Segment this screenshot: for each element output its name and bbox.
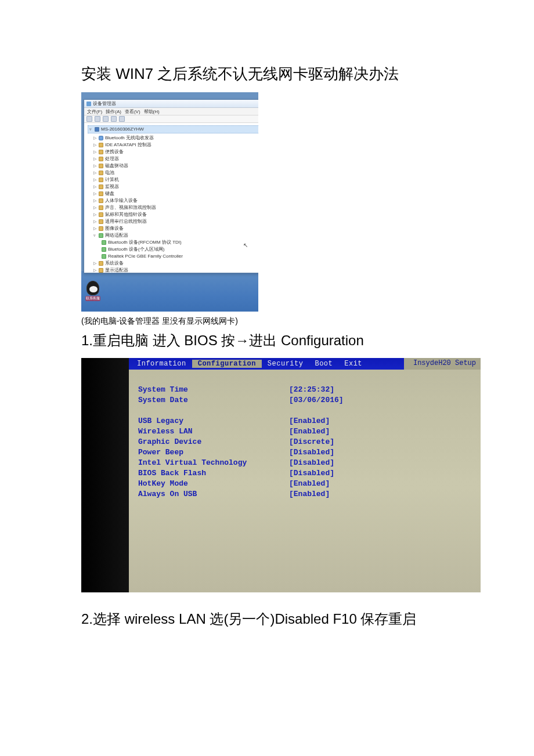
network-adapter-icon — [102, 254, 106, 259]
device-category-icon — [99, 261, 103, 266]
bios-setting-row[interactable]: System Time[22:25:32] — [138, 385, 478, 395]
tree-node-label: 通用串行总线控制器 — [105, 218, 147, 225]
expand-icon: ▷ — [93, 149, 97, 155]
qq-icon — [86, 281, 99, 295]
tree-node-label: IDE ATA/ATAPI 控制器 — [105, 142, 151, 149]
bios-tab-security[interactable]: Security — [262, 360, 309, 368]
toolbar-button[interactable] — [119, 116, 125, 122]
tree-root[interactable]: ▿ MS-20160306ZYHW — [88, 125, 258, 133]
expand-icon: ▷ — [93, 267, 97, 274]
menu-help[interactable]: 帮助(H) — [144, 108, 160, 115]
bios-setting-label: Always On USB — [138, 489, 289, 500]
tree-node[interactable]: ▷电池 — [88, 169, 258, 176]
tree-node-child[interactable]: Bluetooth 设备(个人区域网) — [88, 246, 258, 253]
expand-icon: ▷ — [93, 225, 97, 232]
tree-node[interactable]: ▷通用串行总线控制器 — [88, 218, 258, 225]
toolbar-button[interactable] — [103, 116, 109, 122]
tree-node[interactable]: ▷磁盘驱动器 — [88, 162, 258, 169]
device-category-icon — [99, 150, 103, 154]
tree-node-label: 网络适配器 — [105, 232, 128, 239]
bios-setting-row[interactable]: System Date[03/06/2016] — [138, 395, 478, 406]
device-category-icon — [99, 164, 103, 168]
bios-setting-label: USB Legacy — [138, 416, 289, 426]
bios-setting-row[interactable]: Always On USB[Enabled] — [138, 489, 478, 500]
expand-icon: ▿ — [93, 232, 97, 239]
tree-node[interactable]: ▷计算机 — [88, 176, 258, 183]
tree-node[interactable]: ▷处理器 — [88, 155, 258, 162]
collapse-icon: ▿ — [89, 126, 93, 133]
device-manager-window: 设备管理器 文件(F) 操作(A) 查看(V) 帮助(H) ▿ MS-20160… — [84, 99, 258, 273]
toolbar-button[interactable] — [111, 116, 117, 122]
menu-view[interactable]: 查看(V) — [125, 108, 140, 115]
bios-setting-label: System Date — [138, 395, 289, 406]
tree-node-child[interactable]: Realtek PCIe GBE Family Controller — [88, 253, 258, 260]
window-titlebar: 设备管理器 — [84, 100, 258, 108]
tree-node-label: 处理器 — [105, 155, 119, 162]
tree-node[interactable]: ▿网络适配器 — [88, 232, 258, 239]
device-category-icon — [99, 198, 103, 203]
bios-setting-row[interactable]: Wireless LAN[Enabled] — [138, 426, 478, 437]
step-1-heading: 1.重启电脑 进入 BIOS 按→进出 Configuration — [81, 331, 453, 350]
expand-icon: ▷ — [93, 204, 97, 211]
bios-tab-exit[interactable]: Exit — [338, 360, 368, 368]
toolbar-button[interactable] — [95, 116, 100, 122]
bios-setting-row[interactable]: Power Beep[Disabled] — [138, 447, 478, 458]
tree-node-label: 键盘 — [105, 190, 114, 197]
bios-tab-configuration[interactable]: Configuration — [192, 360, 262, 368]
bios-setting-row[interactable]: Graphic Device[Discrete] — [138, 437, 478, 447]
tree-node-child[interactable]: Bluetooth 设备(RFCOMM 协议 TDI) — [88, 239, 258, 246]
bios-setting-value: [Enabled] — [289, 416, 330, 426]
tree-node[interactable]: ▷Bluetooth 无线电收发器 — [88, 135, 258, 142]
tree-node[interactable]: ▷声音、视频和游戏控制器 — [88, 204, 258, 211]
tree-node[interactable]: ▷显示适配器 — [88, 267, 258, 274]
tree-node[interactable]: ▷IDE ATA/ATAPI 控制器 — [88, 142, 258, 149]
window-title-text: 设备管理器 — [93, 100, 116, 107]
bios-setting-value: [Disabled] — [289, 447, 334, 458]
device-category-icon — [99, 212, 103, 217]
menu-file[interactable]: 文件(F) — [87, 108, 102, 115]
toolbar-button[interactable] — [86, 116, 92, 122]
bios-tab-information[interactable]: Information — [131, 360, 192, 368]
bios-setting-row[interactable]: Intel Virtual Technology[Disabled] — [138, 458, 478, 468]
bios-setting-label: System Time — [138, 385, 289, 395]
bios-setting-value: [Enabled] — [289, 426, 330, 437]
bios-setting-row[interactable]: BIOS Back Flash[Disabled] — [138, 468, 478, 479]
tree-node[interactable]: ▷鼠标和其他指针设备 — [88, 211, 258, 218]
bios-setting-row[interactable]: USB Legacy[Enabled] — [138, 416, 478, 426]
root-label: MS-20160306ZYHW — [101, 126, 144, 133]
bios-brand-label: InsydeH20 Setup — [404, 358, 481, 370]
device-category-icon — [99, 191, 103, 196]
bios-setting-row[interactable]: HotKey Mode[Enabled] — [138, 479, 478, 489]
expand-icon: ▷ — [93, 176, 97, 183]
tree-node-label: 图像设备 — [105, 225, 124, 232]
bios-setting-label: Intel Virtual Technology — [138, 458, 289, 468]
tree-node[interactable]: ▷系统设备 — [88, 260, 258, 267]
qq-label: 联系客服 — [85, 296, 100, 301]
tree-node[interactable]: ▷键盘 — [88, 190, 258, 197]
bios-body: System Time[22:25:32]System Date[03/06/2… — [129, 370, 481, 502]
tree-node[interactable]: ▷监视器 — [88, 183, 258, 190]
menu-action[interactable]: 操作(A) — [106, 108, 121, 115]
expand-icon: ▷ — [93, 162, 97, 169]
expand-icon: ▷ — [93, 183, 97, 190]
expand-icon: ▷ — [93, 211, 97, 218]
device-category-icon — [99, 171, 103, 175]
expand-icon: ▷ — [93, 197, 97, 204]
bios-screenshot: InsydeH20 Setup Information Configuratio… — [81, 358, 481, 592]
tree-child-label: Bluetooth 设备(个人区域网) — [108, 246, 164, 253]
bios-tab-boot[interactable]: Boot — [309, 360, 338, 368]
tree-node[interactable]: ▷人体学输入设备 — [88, 197, 258, 204]
computer-icon — [95, 127, 99, 132]
tree-child-label: Realtek PCIe GBE Family Controller — [108, 253, 183, 260]
tree-node[interactable]: ▷便携设备 — [88, 149, 258, 155]
tree-node-label: 人体学输入设备 — [105, 197, 138, 204]
bios-setting-value: [Disabled] — [289, 458, 334, 468]
device-manager-screenshot: 设备管理器 文件(F) 操作(A) 查看(V) 帮助(H) ▿ MS-20160… — [81, 92, 258, 312]
desktop-shortcut-qq[interactable]: 联系客服 — [85, 281, 100, 301]
tree-node[interactable]: ▷图像设备 — [88, 225, 258, 232]
screenshot-caption: (我的电脑-设备管理器 里没有显示网线网卡) — [81, 316, 453, 327]
tree-node-label: 鼠标和其他指针设备 — [105, 211, 147, 218]
bios-setting-value: [Enabled] — [289, 489, 330, 500]
bios-setting-value: [Enabled] — [289, 479, 330, 489]
expand-icon: ▷ — [93, 155, 97, 162]
